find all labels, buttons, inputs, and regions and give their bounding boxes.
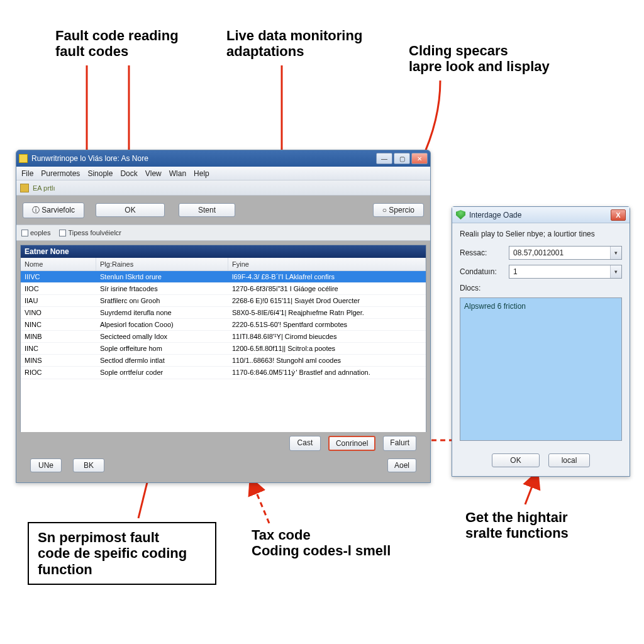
chevron-down-icon[interactable]: ▾: [610, 265, 621, 278]
col-plg[interactable]: Plg:Raines: [96, 258, 228, 270]
une-button[interactable]: UNe: [30, 458, 62, 472]
table-row[interactable]: IIIVCStenlun ISkrtd orurel69F-4.3/ £8-B´…: [21, 271, 426, 283]
data-panel: Eatner None Nome Plg:Raines Fyine IIIVCS…: [20, 245, 426, 449]
ressac-combo[interactable]: 08.57,0012001 ▾: [509, 246, 622, 260]
stent-button[interactable]: Stent: [179, 203, 235, 217]
dialog-ok-button[interactable]: OK: [492, 453, 540, 467]
shield-icon: [456, 210, 465, 219]
ressac-label: Ressac:: [460, 248, 505, 257]
annotation-specific-coding-box: Sn perpimost fault code de speific codin…: [28, 522, 216, 585]
menu-wlan[interactable]: Wlan: [169, 169, 186, 178]
ok-button-main[interactable]: OK: [96, 203, 165, 217]
check-eoples[interactable]: eoples: [21, 229, 50, 236]
col-name[interactable]: Nome: [21, 258, 96, 270]
annotation-tax-code: Tax code Coding codes-l smell: [252, 527, 391, 559]
menu-file[interactable]: File: [21, 169, 33, 178]
toolbar-icon[interactable]: [20, 184, 29, 192]
annotation-live-data: Live data monitoring adaptations: [226, 28, 362, 60]
condatun-label: Condatuın:: [460, 267, 505, 276]
menubar: File Purermotes Sinople Dock Vlew Wlan H…: [16, 167, 430, 180]
col-fyne[interactable]: Fyine: [228, 258, 426, 270]
spercio-button[interactable]: ○ Spercio: [373, 203, 424, 217]
button-row: ⓘ Sarviefolc OK Stent ○ Spercio: [16, 196, 430, 225]
table-row[interactable]: VINOSuyrdemd iterufla noneS8X0-5-8IE/6í4…: [21, 307, 426, 319]
table-row[interactable]: RIOCSople orrtfeíur coder1170-6:846.0M5'…: [21, 367, 426, 379]
maximize-button[interactable]: ▢: [394, 153, 410, 164]
check-tipess[interactable]: Tipess foulvéielcr: [59, 229, 121, 236]
toolbar-tab-label[interactable]: EA prtlı: [33, 184, 55, 192]
chevron-down-icon[interactable]: ▾: [610, 247, 621, 259]
savefoc-button[interactable]: ⓘ Sarviefolc: [23, 203, 84, 218]
aoel-button[interactable]: Aoel: [387, 458, 416, 472]
toolbar: EA prtlı: [16, 180, 430, 196]
table-row[interactable]: IIOCSír isrine frtacodes1270-6-6f3i'85i"…: [21, 283, 426, 295]
cast-button[interactable]: Cast: [289, 436, 321, 451]
ressac-value: 08.57,0012001: [509, 248, 610, 257]
bottom-button-area: Cast Conrinoel Falurt UNe BK Aoel: [16, 432, 430, 476]
dlocs-label: Dlocs:: [460, 284, 622, 292]
dialog-message: Realiı play to Selier nbye; a lourtior t…: [460, 230, 622, 238]
annotation-clding: Clding specars lapre look and lisplay: [409, 43, 550, 75]
dialog-title: Interdage Oade: [469, 211, 611, 219]
dialog-titlebar[interactable]: Interdage Oade X: [452, 207, 630, 223]
window-title: Runwritrinope lo Viás lore: As Nore: [31, 154, 376, 163]
menu-help[interactable]: Help: [194, 169, 209, 178]
table-row[interactable]: NINCAlpesiorl focation Cooo)2220-6.51S-6…: [21, 319, 426, 331]
dialog-close-button[interactable]: X: [611, 209, 626, 221]
table-row[interactable]: MINSSectlod dfermlo intlat110/1..68663! …: [21, 355, 426, 367]
conrinoel-button[interactable]: Conrinoel: [328, 436, 375, 451]
checkbox-row: eoples Tipess foulvéielcr: [16, 225, 430, 241]
minimize-button[interactable]: —: [376, 153, 392, 164]
menu-purermotes[interactable]: Purermotes: [41, 169, 80, 178]
main-window: Runwritrinope lo Viás lore: As Nore — ▢ …: [16, 150, 431, 483]
titlebar[interactable]: Runwritrinope lo Viás lore: As Nore — ▢ …: [16, 150, 430, 167]
menu-view[interactable]: Vlew: [145, 169, 162, 178]
table-row[interactable]: IIAUSratfilerc onı Grooh2268-6 E)!0 615'…: [21, 295, 426, 307]
dialog-window: Interdage Oade X Realiı play to Selier n…: [452, 206, 630, 477]
table-row[interactable]: IINCSople orffeiture hom1200-6.5fl.80f11…: [21, 343, 426, 355]
annotation-fault-codes: Fault code reading fault codes: [55, 28, 179, 60]
dlocs-list[interactable]: Alpswred 6 friction: [460, 297, 622, 441]
menu-sinople[interactable]: Sinople: [87, 169, 113, 178]
condatun-value: 1: [509, 267, 610, 276]
close-button[interactable]: ✕: [411, 153, 428, 164]
app-icon: [19, 154, 28, 163]
dialog-local-button[interactable]: local: [548, 453, 590, 467]
condatun-combo[interactable]: 1 ▾: [509, 265, 622, 279]
falurt-button[interactable]: Falurt: [383, 436, 416, 451]
panel-header: Eatner None: [21, 245, 426, 258]
menu-dock[interactable]: Dock: [120, 169, 137, 178]
table-body: IIIVCStenlun ISkrtd orurel69F-4.3/ £8-B´…: [21, 271, 426, 448]
bk-button[interactable]: BK: [73, 458, 104, 472]
list-item[interactable]: Alpswred 6 friction: [464, 302, 618, 311]
table-header: Nome Plg:Raines Fyine: [21, 258, 426, 271]
table-row[interactable]: MINBSecicteed omally Idox11ITI.848.6I8'¹…: [21, 331, 426, 343]
annotation-get-functions: Get the hightair sralte functions: [465, 509, 569, 541]
